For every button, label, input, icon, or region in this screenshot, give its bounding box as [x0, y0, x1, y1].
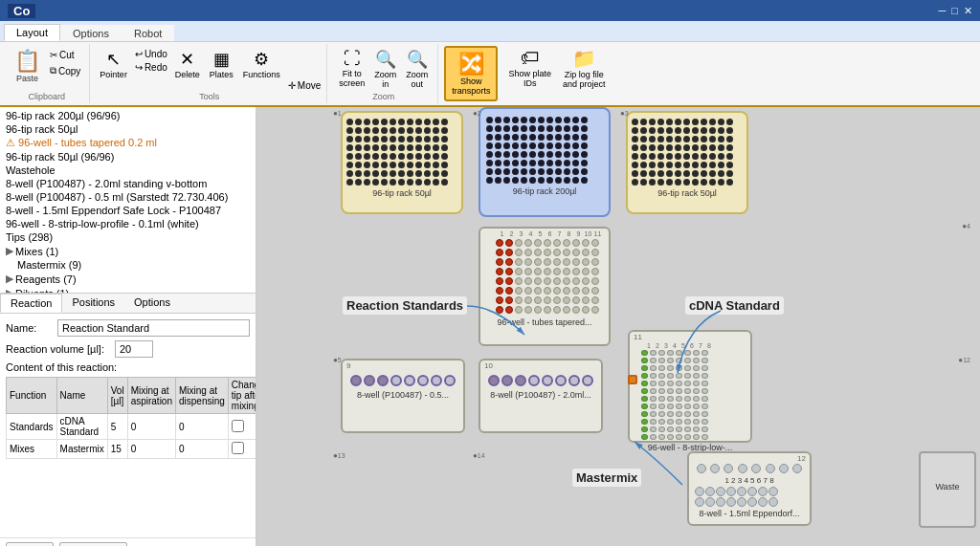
- well: [718, 170, 724, 177]
- name-input[interactable]: [57, 319, 250, 337]
- tab-robot[interactable]: Robot: [122, 25, 174, 41]
- plate-number: 10: [480, 360, 601, 371]
- plate-tip96-center[interactable]: (function() { var s = ''; for(var i=0;i<…: [479, 107, 611, 217]
- list-item[interactable]: ⚠ 96-well - tubes tapered 0.2 ml: [2, 136, 254, 150]
- tree-area[interactable]: 96-tip rack 200µl (96/96) 96-tip rack 50…: [0, 107, 256, 294]
- well: [496, 258, 503, 266]
- minimize-icon[interactable]: ─: [939, 5, 947, 17]
- well: [650, 396, 657, 402]
- close-icon[interactable]: ✕: [964, 5, 972, 17]
- list-item[interactable]: 8-well (P100487) - 0.5 ml (Sarstedt 72.7…: [2, 190, 254, 204]
- well: [433, 153, 439, 160]
- well: [650, 388, 657, 394]
- pointer-button[interactable]: ↖ Pointer: [96, 46, 131, 82]
- show-transports-button[interactable]: 🔀 Show transports: [444, 46, 498, 101]
- well: [657, 162, 664, 168]
- well: [512, 168, 519, 175]
- functions-button[interactable]: ⚙ Functions: [239, 46, 284, 82]
- table-row[interactable]: Standards cDNA Standard 5 0 0: [7, 414, 256, 440]
- plates-button[interactable]: ▦ Plates: [206, 46, 237, 82]
- show-transports-icon: 🔀: [458, 52, 484, 76]
- well: [555, 151, 562, 158]
- tab-options[interactable]: Options: [60, 25, 122, 41]
- zoom-in-button[interactable]: 🔍 Zoom in: [370, 46, 400, 92]
- cut-button[interactable]: ✂ Paste Cut: [47, 48, 83, 62]
- well: [441, 136, 448, 142]
- well: [658, 426, 665, 432]
- well: [582, 268, 590, 275]
- tab-positions[interactable]: Positions: [62, 294, 124, 313]
- well: [555, 125, 562, 132]
- move-button[interactable]: ✛Move: [286, 79, 323, 92]
- ribbon-group-content-zoom: ⛶ Fit to screen 🔍 Zoom in 🔍 Zoom out: [335, 46, 432, 92]
- list-item-mastermix[interactable]: Mastermix (9): [2, 258, 254, 272]
- well: [692, 127, 699, 134]
- plate-8well-eppendorf[interactable]: 12 (function() { var s = ''; for(var i=0…: [687, 451, 812, 526]
- well: [649, 136, 656, 142]
- table-row[interactable]: Mixes Mastermix 15 0 0: [7, 440, 256, 459]
- add-button[interactable]: Add: [6, 542, 54, 546]
- change-tip-checkbox[interactable]: [232, 420, 244, 432]
- plate-waste[interactable]: Waste: [919, 451, 976, 528]
- well: [505, 277, 513, 285]
- list-item[interactable]: Tips (298): [2, 230, 254, 244]
- well: [398, 119, 405, 125]
- redo-button[interactable]: ↪Redo: [133, 61, 169, 74]
- well: [505, 249, 513, 256]
- plate-8well-left[interactable]: 9 (function() { var s = ''; for(var i=0;…: [341, 359, 465, 433]
- fit-screen-button[interactable]: ⛶ Fit to screen: [335, 46, 368, 91]
- plate-label: 96-tip rack 50µl: [628, 188, 746, 198]
- well: [524, 249, 532, 256]
- tab-reaction[interactable]: Reaction: [0, 294, 62, 313]
- well: [524, 239, 532, 247]
- remove-button[interactable]: Remove: [59, 542, 127, 546]
- list-item-reagents[interactable]: ▶ Reagents (7): [2, 272, 254, 286]
- plate-tip96-right[interactable]: (function() { var s = ''; for(var i=0;i<…: [626, 111, 748, 214]
- well: [521, 142, 527, 149]
- list-item[interactable]: 96-tip rack 200µl (96/96): [2, 109, 254, 122]
- tab-options-panel[interactable]: Options: [124, 294, 180, 313]
- change-tip-checkbox[interactable]: [232, 442, 244, 454]
- list-item[interactable]: 96-tip rack 50µl (96/96): [2, 150, 254, 164]
- undo-button[interactable]: ↩Undo: [133, 48, 169, 60]
- list-item-diluents[interactable]: ▶ Diluents (1): [2, 286, 254, 294]
- well: [701, 170, 707, 177]
- list-item-mixes[interactable]: ▶ Mixes (1): [2, 244, 254, 258]
- well: [398, 144, 405, 151]
- list-item[interactable]: 8-well (P100487) - 2.0ml standing v-bott…: [2, 177, 254, 190]
- show-plate-ids-button[interactable]: 🏷 Show plate IDs: [503, 44, 556, 103]
- maximize-icon[interactable]: □: [951, 5, 958, 17]
- list-item[interactable]: 96-tip rack 50µl: [2, 122, 254, 136]
- well: [407, 119, 413, 125]
- well: [444, 375, 456, 386]
- plate-number: 12: [689, 453, 810, 464]
- well: [415, 144, 422, 151]
- well: [667, 373, 674, 379]
- tab-layout[interactable]: Layout: [4, 24, 60, 41]
- paste-button[interactable]: 📋 Paste: [10, 46, 45, 86]
- well: [512, 125, 519, 132]
- well: [355, 127, 362, 134]
- plate-8well-center[interactable]: 10 (function() { var s = ''; for(var i=0…: [479, 359, 603, 433]
- zoom-out-button[interactable]: 🔍 Zoom out: [402, 46, 432, 92]
- volume-input[interactable]: [115, 340, 153, 358]
- well: [534, 306, 542, 314]
- copy-button[interactable]: ⧉ Copy: [47, 63, 83, 78]
- bottom-tab-bar: Reaction Positions Options: [0, 294, 256, 314]
- list-item[interactable]: Wastehole: [2, 164, 254, 177]
- btn-row: Add Remove: [0, 537, 256, 546]
- well: [503, 142, 510, 149]
- list-item[interactable]: 8-well - 1.5ml Eppendorf Safe Lock - P10…: [2, 204, 254, 217]
- well: [726, 162, 733, 168]
- plate-strip96-right[interactable]: 11 1 2 3 4 5 6 7 8 (function() { var s =…: [628, 330, 752, 443]
- plate-tip96-left[interactable]: (function() { var s = ''; for(var i=0;i<…: [341, 111, 463, 214]
- zip-log-button[interactable]: 📁 Zip log file and project: [558, 44, 611, 103]
- delete-button[interactable]: ✕ Delete: [171, 46, 204, 82]
- well: [692, 179, 699, 186]
- canvas-area[interactable]: (function() { var s = ''; for(var i=0;i<…: [256, 107, 980, 546]
- well: [666, 179, 673, 186]
- list-item[interactable]: 96-well - 8-strip-low-profile - 0.1ml (w…: [2, 217, 254, 230]
- well: [546, 160, 553, 166]
- well: [415, 153, 422, 160]
- plate-tubes-tapered[interactable]: 1 2 3 4 5 6 7 8 9 10 11 (function() { va…: [479, 227, 611, 346]
